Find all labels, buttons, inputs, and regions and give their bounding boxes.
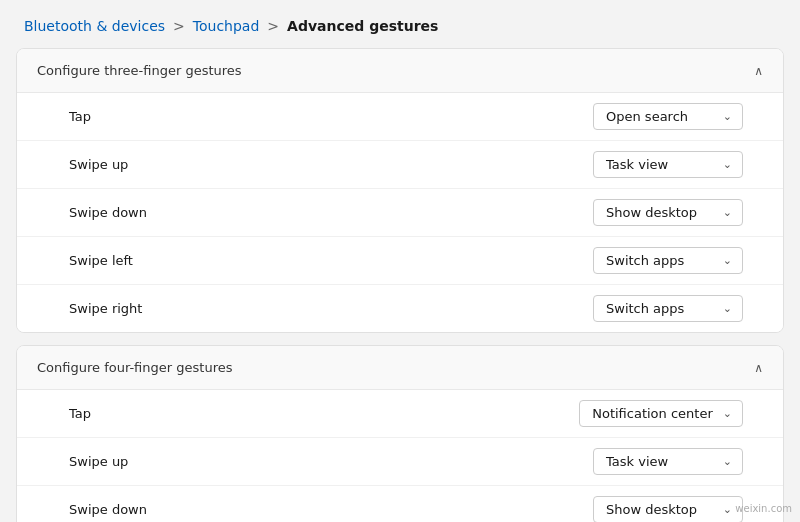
select-chevron-icon: ⌄ <box>723 407 732 420</box>
chevron-up-icon: ∧ <box>754 64 763 78</box>
breadcrumb-sep1: > <box>173 18 185 34</box>
gesture-select-value: Switch apps <box>606 253 684 268</box>
four-finger-row-0: Tap Notification center ⌄ <box>17 390 783 438</box>
select-chevron-icon: ⌄ <box>723 302 732 315</box>
breadcrumb-sep2: > <box>267 18 279 34</box>
four-finger-section: Configure four-finger gestures ∧ Tap Not… <box>16 345 784 522</box>
three-finger-row-3: Swipe left Switch apps ⌄ <box>17 237 783 285</box>
gesture-label: Swipe down <box>69 502 147 517</box>
gesture-select-1[interactable]: Task view ⌄ <box>593 151 743 178</box>
gesture-label: Tap <box>69 109 91 124</box>
gesture-label: Swipe up <box>69 454 128 469</box>
three-finger-header[interactable]: Configure three-finger gestures ∧ <box>17 49 783 93</box>
gesture-label: Swipe left <box>69 253 133 268</box>
main-content: Configure three-finger gestures ∧ Tap Op… <box>0 48 800 522</box>
four-gesture-select-1[interactable]: Task view ⌄ <box>593 448 743 475</box>
breadcrumb: Bluetooth & devices > Touchpad > Advance… <box>0 0 800 48</box>
gesture-label: Swipe up <box>69 157 128 172</box>
gesture-select-value: Open search <box>606 109 688 124</box>
gesture-label: Swipe right <box>69 301 142 316</box>
four-gesture-select-2[interactable]: Show desktop ⌄ <box>593 496 743 522</box>
select-chevron-icon: ⌄ <box>723 206 732 219</box>
four-finger-rows: Tap Notification center ⌄ Swipe up Task … <box>17 390 783 522</box>
gesture-select-2[interactable]: Show desktop ⌄ <box>593 199 743 226</box>
three-finger-title: Configure three-finger gestures <box>37 63 242 78</box>
gesture-select-4[interactable]: Switch apps ⌄ <box>593 295 743 322</box>
chevron-up-icon-2: ∧ <box>754 361 763 375</box>
gesture-select-value: Show desktop <box>606 502 697 517</box>
gesture-select-value: Notification center <box>592 406 713 421</box>
select-chevron-icon: ⌄ <box>723 110 732 123</box>
three-finger-section: Configure three-finger gestures ∧ Tap Op… <box>16 48 784 333</box>
four-finger-title: Configure four-finger gestures <box>37 360 232 375</box>
four-finger-row-1: Swipe up Task view ⌄ <box>17 438 783 486</box>
gesture-select-3[interactable]: Switch apps ⌄ <box>593 247 743 274</box>
page-title: Advanced gestures <box>287 18 438 34</box>
select-chevron-icon: ⌄ <box>723 158 732 171</box>
select-chevron-icon: ⌄ <box>723 455 732 468</box>
gesture-select-value: Task view <box>606 157 668 172</box>
three-finger-row-2: Swipe down Show desktop ⌄ <box>17 189 783 237</box>
gesture-label: Tap <box>69 406 91 421</box>
watermark: weixin.com <box>735 503 792 514</box>
four-finger-row-2: Swipe down Show desktop ⌄ <box>17 486 783 522</box>
gesture-select-value: Task view <box>606 454 668 469</box>
breadcrumb-touchpad[interactable]: Touchpad <box>193 18 260 34</box>
gesture-select-value: Show desktop <box>606 205 697 220</box>
three-finger-row-1: Swipe up Task view ⌄ <box>17 141 783 189</box>
gesture-select-0[interactable]: Open search ⌄ <box>593 103 743 130</box>
gesture-label: Swipe down <box>69 205 147 220</box>
three-finger-rows: Tap Open search ⌄ Swipe up Task view ⌄ S… <box>17 93 783 332</box>
three-finger-row-4: Swipe right Switch apps ⌄ <box>17 285 783 332</box>
breadcrumb-bluetooth[interactable]: Bluetooth & devices <box>24 18 165 34</box>
four-finger-header[interactable]: Configure four-finger gestures ∧ <box>17 346 783 390</box>
three-finger-row-0: Tap Open search ⌄ <box>17 93 783 141</box>
gesture-select-value: Switch apps <box>606 301 684 316</box>
select-chevron-icon: ⌄ <box>723 503 732 516</box>
select-chevron-icon: ⌄ <box>723 254 732 267</box>
four-gesture-select-0[interactable]: Notification center ⌄ <box>579 400 743 427</box>
